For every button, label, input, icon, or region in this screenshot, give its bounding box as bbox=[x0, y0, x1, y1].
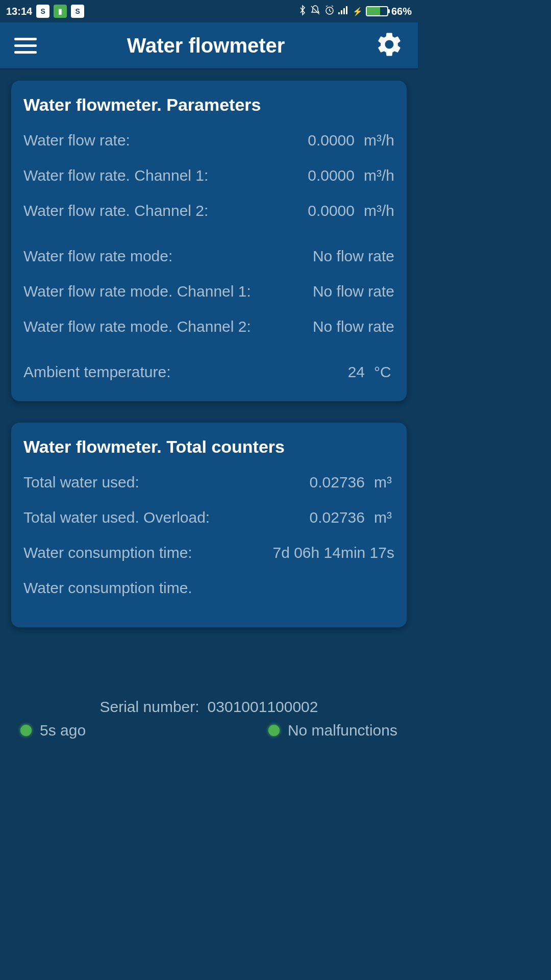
param-label: Water flow rate. Channel 1: bbox=[23, 165, 297, 185]
param-unit: m³ bbox=[374, 509, 394, 526]
param-label: Water consumption time: bbox=[23, 543, 262, 562]
counters-title: Water flowmeter. Total counters bbox=[23, 437, 394, 457]
app-icon-1: S bbox=[36, 5, 49, 18]
param-value: No flow rate bbox=[313, 248, 394, 265]
param-total-used: Total water used: 0.02736 m³ bbox=[23, 472, 394, 492]
charging-icon: ⚡ bbox=[353, 7, 363, 16]
parameters-title: Water flowmeter. Parameters bbox=[23, 95, 394, 115]
svg-rect-3 bbox=[343, 8, 345, 14]
param-label: Water flow rate. Channel 2: bbox=[23, 201, 297, 220]
status-time: 13:14 bbox=[6, 6, 32, 17]
menu-button[interactable] bbox=[14, 38, 37, 54]
param-label: Water flow rate mode. Channel 2: bbox=[23, 316, 303, 336]
last-update-status: 5s ago bbox=[20, 722, 86, 739]
app-icon-3: S bbox=[71, 5, 84, 18]
param-consumption-time: Water consumption time: 7d 06h 14min 17s bbox=[23, 543, 394, 562]
status-dot-icon bbox=[268, 725, 280, 736]
param-unit: m³/h bbox=[364, 167, 394, 184]
param-value: 0.0000 bbox=[308, 167, 355, 184]
param-flow-rate-ch1: Water flow rate. Channel 1: 0.0000 m³/h bbox=[23, 165, 394, 185]
battery-percent: 66% bbox=[391, 6, 412, 17]
status-bar: 13:14 S ▮ S ⚡ 66% bbox=[0, 0, 418, 22]
param-value: 0.0000 bbox=[308, 132, 355, 149]
param-value: 0.0000 bbox=[308, 202, 355, 219]
last-update-text: 5s ago bbox=[40, 722, 86, 739]
param-label: Total water used: bbox=[23, 472, 299, 492]
serial-label: Serial number: bbox=[100, 698, 199, 716]
param-flow-rate-mode-ch1: Water flow rate mode. Channel 1: No flow… bbox=[23, 281, 394, 301]
battery-icon bbox=[366, 6, 388, 16]
gear-icon bbox=[375, 30, 404, 59]
param-value: No flow rate bbox=[313, 283, 394, 300]
param-value: 7d 06h 14min 17s bbox=[272, 544, 394, 561]
param-label: Total water used. Overload: bbox=[23, 507, 299, 527]
bluetooth-icon bbox=[298, 5, 307, 18]
malfunction-text: No malfunctions bbox=[288, 722, 397, 739]
svg-rect-4 bbox=[346, 6, 347, 14]
app-icon-2: ▮ bbox=[54, 5, 67, 18]
param-label: Water consumption time. bbox=[23, 578, 394, 598]
param-unit: m³/h bbox=[364, 132, 394, 149]
mute-icon bbox=[310, 5, 321, 18]
parameters-card: Water flowmeter. Parameters Water flow r… bbox=[11, 81, 407, 401]
param-label: Water flow rate: bbox=[23, 130, 297, 150]
content-area[interactable]: Water flowmeter. Parameters Water flow r… bbox=[0, 69, 418, 660]
settings-button[interactable] bbox=[375, 30, 404, 61]
param-value: 0.02736 bbox=[310, 509, 365, 526]
svg-rect-2 bbox=[341, 10, 342, 14]
param-flow-rate-ch2: Water flow rate. Channel 2: 0.0000 m³/h bbox=[23, 201, 394, 220]
param-unit: m³ bbox=[374, 474, 394, 491]
param-value: 24 bbox=[348, 363, 365, 381]
svg-rect-1 bbox=[338, 12, 340, 14]
param-value: 0.02736 bbox=[310, 474, 365, 491]
footer-bar: Serial number: 0301001100002 5s ago No m… bbox=[0, 693, 418, 743]
status-dot-icon bbox=[20, 725, 32, 736]
param-total-used-overload: Total water used. Overload: 0.02736 m³ bbox=[23, 507, 394, 527]
serial-number-row: Serial number: 0301001100002 bbox=[20, 698, 397, 716]
param-consumption-time-partial: Water consumption time. bbox=[23, 578, 394, 598]
counters-card: Water flowmeter. Total counters Total wa… bbox=[11, 423, 407, 627]
app-header: Water flowmeter bbox=[0, 22, 418, 69]
param-flow-rate-mode-ch2: Water flow rate mode. Channel 2: No flow… bbox=[23, 316, 394, 336]
param-label: Ambient temperature: bbox=[23, 362, 338, 382]
page-title: Water flowmeter bbox=[127, 34, 285, 57]
serial-value: 0301001100002 bbox=[208, 698, 318, 716]
signal-icon bbox=[338, 5, 349, 18]
param-value: No flow rate bbox=[313, 318, 394, 335]
param-flow-rate-mode: Water flow rate mode: No flow rate bbox=[23, 246, 394, 266]
param-unit: °C bbox=[374, 363, 394, 381]
param-flow-rate: Water flow rate: 0.0000 m³/h bbox=[23, 130, 394, 150]
alarm-icon bbox=[324, 5, 335, 18]
param-ambient-temp: Ambient temperature: 24 °C bbox=[23, 362, 394, 382]
param-label: Water flow rate mode: bbox=[23, 246, 303, 266]
malfunction-status: No malfunctions bbox=[268, 722, 397, 739]
param-label: Water flow rate mode. Channel 1: bbox=[23, 281, 303, 301]
param-unit: m³/h bbox=[364, 202, 394, 219]
